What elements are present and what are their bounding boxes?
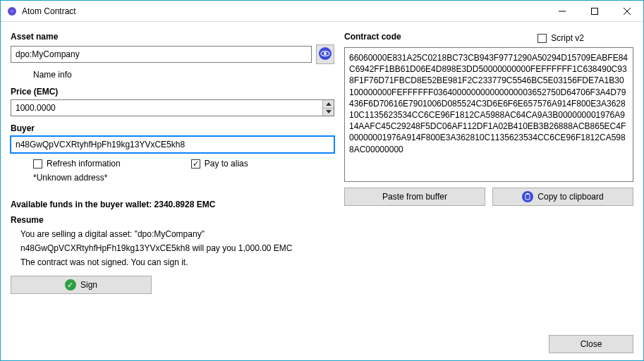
resume-line: You are selling a digital asset: "dpo:My…	[20, 229, 334, 239]
copy-to-clipboard-button[interactable]: Copy to clipboard	[492, 188, 633, 206]
checkbox-icon	[191, 159, 200, 169]
clipboard-icon	[522, 191, 533, 202]
asset-name-input[interactable]	[11, 46, 312, 63]
resume-label: Resume	[11, 215, 334, 225]
svg-rect-11	[525, 194, 530, 200]
app-icon	[6, 6, 18, 17]
titlebar: Atom Contract	[1, 1, 643, 22]
sign-button-label: Sign	[80, 280, 97, 290]
close-button-label: Close	[581, 339, 602, 349]
svg-point-8	[324, 52, 327, 55]
app-window: Atom Contract Asset name Name info Price…	[0, 0, 644, 361]
svg-marker-9	[326, 102, 332, 106]
close-window-button[interactable]	[611, 1, 643, 21]
window-controls	[546, 1, 643, 21]
name-info-label: Name info	[11, 70, 334, 80]
buyer-input[interactable]	[11, 136, 334, 153]
svg-marker-10	[326, 110, 332, 114]
asset-name-label: Asset name	[11, 32, 334, 42]
script-v2-label: Script v2	[551, 33, 584, 43]
eye-icon	[318, 47, 332, 63]
available-funds-text: Available funds in the buyer wallet: 234…	[11, 200, 334, 209]
checkbox-icon	[537, 34, 547, 43]
refresh-information-checkbox[interactable]: Refresh information	[33, 159, 121, 169]
resume-line: The contract was not signed. You can sig…	[20, 257, 334, 267]
view-asset-button[interactable]	[316, 44, 334, 64]
price-label: Price (EMC)	[11, 87, 334, 97]
pay-to-alias-label: Pay to alias	[205, 159, 248, 169]
paste-button-label: Paste from buffer	[382, 192, 447, 202]
paste-from-buffer-button[interactable]: Paste from buffer	[344, 188, 485, 206]
buyer-label: Buyer	[11, 123, 334, 133]
unknown-address-text: *Unknown address*	[11, 173, 334, 183]
contract-code-textarea[interactable]: 66060000E831A25C0218BC73CB943F9771290A50…	[344, 47, 633, 182]
price-input[interactable]	[11, 99, 334, 116]
svg-point-1	[11, 9, 13, 12]
maximize-button[interactable]	[578, 1, 611, 21]
contract-code-label: Contract code	[344, 32, 401, 42]
price-step-down[interactable]	[322, 108, 334, 116]
window-title: Atom Contract	[22, 6, 76, 16]
checkbox-icon	[33, 159, 42, 169]
price-step-up[interactable]	[322, 100, 334, 108]
minimize-button[interactable]	[546, 1, 578, 21]
resume-line: n48GwQpVCXRtyhfHpFh19kg13YVxCE5kh8 will …	[20, 243, 334, 253]
close-button[interactable]: Close	[549, 335, 633, 353]
check-icon: ✓	[65, 279, 76, 290]
svg-rect-3	[592, 8, 598, 14]
copy-button-label: Copy to clipboard	[537, 192, 603, 202]
refresh-info-label: Refresh information	[47, 159, 121, 169]
svg-rect-12	[527, 193, 529, 195]
pay-to-alias-checkbox[interactable]: Pay to alias	[191, 159, 248, 169]
sign-button[interactable]: ✓ Sign	[11, 276, 152, 294]
script-v2-checkbox[interactable]: Script v2	[537, 33, 584, 43]
